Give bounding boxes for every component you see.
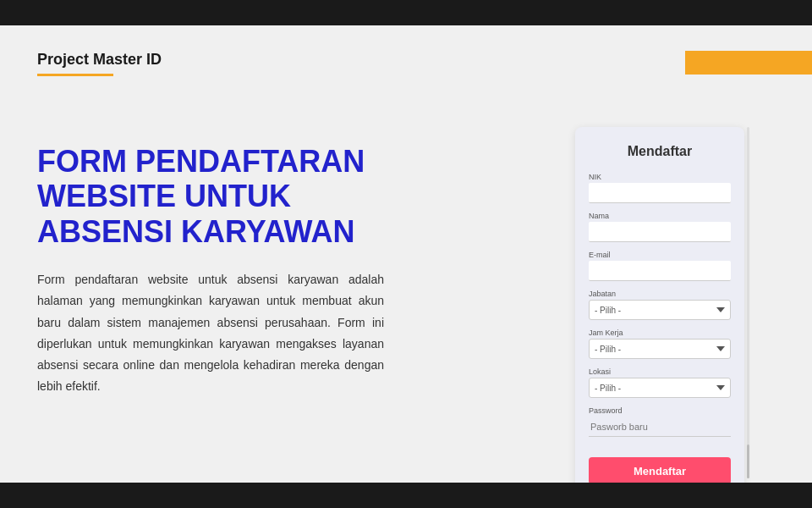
scrollbar-track [747, 127, 749, 478]
main-heading: FORM PENDAFTARAN WEBSITE UNTUK ABSENSI K… [37, 144, 384, 249]
lokasi-select[interactable]: - Pilih - [589, 378, 731, 398]
content-area: Project Master ID FORM PENDAFTARAN WEBSI… [0, 25, 812, 483]
nik-label: NIK [589, 173, 731, 181]
left-section: FORM PENDAFTARAN WEBSITE UNTUK ABSENSI K… [37, 144, 384, 397]
card-scrollbar [747, 127, 750, 478]
lokasi-field: Lokasi - Pilih - [589, 367, 731, 398]
jabatan-label: Jabatan [589, 290, 731, 298]
password-input[interactable] [589, 417, 731, 437]
jam-kerja-field: Jam Kerja - Pilih - [589, 329, 731, 359]
jabatan-field: Jabatan - Pilih - [589, 290, 731, 320]
lokasi-label: Lokasi [589, 367, 731, 376]
nama-input[interactable] [589, 222, 731, 242]
password-field: Password [589, 406, 731, 437]
yellow-accent-bar [685, 51, 812, 75]
header: Project Master ID [37, 51, 775, 76]
top-bar [0, 0, 812, 25]
password-label: Password [589, 406, 731, 415]
jam-kerja-label: Jam Kerja [589, 329, 731, 337]
main-container: Project Master ID FORM PENDAFTARAN WEBSI… [0, 0, 812, 508]
email-label: E-mail [589, 251, 731, 259]
email-field: E-mail [589, 251, 731, 281]
form-card: Mendaftar NIK Nama E-mail Jabatan - Pili… [575, 127, 744, 501]
title-underline [37, 74, 113, 76]
nama-field: Nama [589, 212, 731, 242]
site-title: Project Master ID [37, 51, 775, 69]
jam-kerja-select[interactable]: - Pilih - [589, 339, 731, 359]
description-text: Form pendaftaran website untuk absensi k… [37, 269, 384, 397]
jabatan-select[interactable]: - Pilih - [589, 300, 731, 320]
nama-label: Nama [589, 212, 731, 220]
form-title: Mendaftar [589, 144, 731, 159]
submit-button[interactable]: Mendaftar [589, 457, 731, 484]
email-input[interactable] [589, 261, 731, 281]
bottom-bar [0, 483, 812, 508]
nik-field: NIK [589, 173, 731, 203]
nik-input[interactable] [589, 183, 731, 203]
scrollbar-thumb [747, 444, 749, 478]
